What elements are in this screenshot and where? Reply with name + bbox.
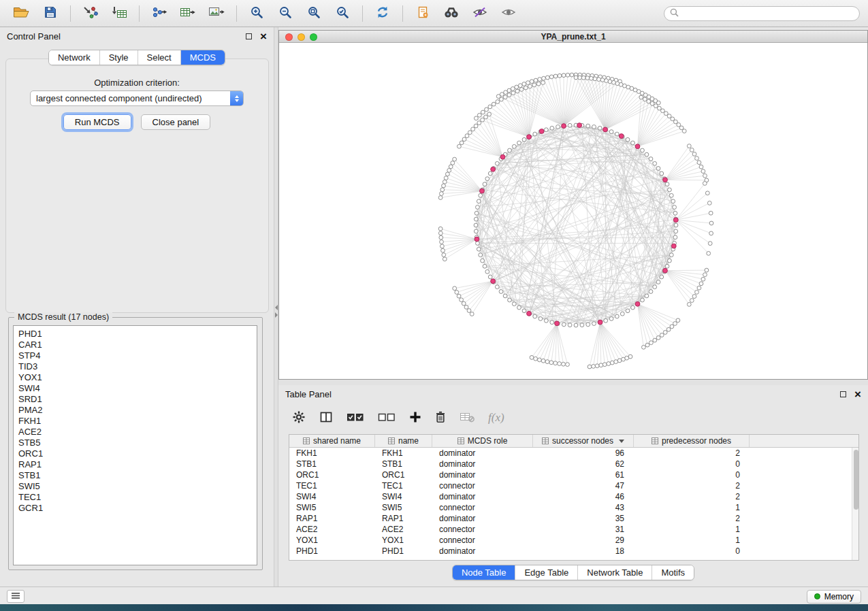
mcds-result-list[interactable]: PHD1 CAR1 STP4 TID3 YOX1 SWI4 SRD1 PMA2 … — [13, 325, 257, 565]
mcds-result-item[interactable]: GCR1 — [14, 503, 257, 514]
mcds-result-item[interactable]: STB1 — [14, 470, 257, 481]
deselect-all-rows-button[interactable] — [378, 412, 396, 425]
mcds-result-item[interactable]: STP4 — [14, 350, 257, 361]
network-view[interactable] — [279, 43, 867, 379]
zoom-out-button[interactable] — [272, 3, 299, 24]
table-settings-button[interactable] — [292, 410, 306, 426]
show-selection-button[interactable] — [495, 3, 522, 24]
horizontal-splitter[interactable] — [278, 380, 868, 385]
tab-network-table[interactable]: Network Table — [578, 565, 652, 580]
find-button[interactable] — [438, 3, 465, 24]
network-canvas[interactable] — [279, 43, 867, 379]
column-header-predecessor-nodes[interactable]: predecessor nodes — [634, 435, 750, 447]
save-session-button[interactable] — [37, 3, 64, 24]
function-builder-button[interactable]: f(x) — [488, 411, 504, 425]
column-header-shared-name[interactable]: shared name — [289, 435, 375, 447]
mcds-result-item[interactable]: PHD1 — [14, 329, 257, 340]
select-all-rows-button[interactable] — [347, 412, 364, 425]
refresh-layout-button[interactable] — [369, 3, 396, 24]
close-panel-button[interactable]: Close panel — [141, 114, 211, 130]
window-zoom-button[interactable] — [310, 33, 317, 41]
mcds-result-item[interactable]: YOX1 — [14, 372, 257, 383]
cell-shared-name: TEC1 — [289, 481, 375, 491]
table-row[interactable]: TEC1TEC1connector472 — [289, 480, 852, 491]
network-window-titlebar[interactable]: YPA_prune.txt_1 — [279, 31, 867, 43]
hide-columns-button[interactable] — [460, 412, 475, 425]
memory-button[interactable]: Memory — [807, 590, 861, 604]
table-row[interactable]: SWI4SWI4dominator462 — [289, 491, 852, 502]
table-row[interactable]: RAP1RAP1dominator352 — [289, 513, 852, 524]
mcds-result-item[interactable]: TID3 — [14, 361, 257, 372]
export-image-button[interactable] — [203, 3, 230, 24]
tab-motifs[interactable]: Motifs — [652, 565, 694, 580]
cell-name: ORC1 — [375, 470, 432, 480]
close-table-panel-icon[interactable]: × — [854, 389, 861, 400]
float-panel-icon[interactable] — [246, 33, 252, 39]
column-header-mcds-role[interactable]: MCDS role — [432, 435, 533, 447]
sort-descending-icon — [619, 440, 624, 443]
mcds-result-item[interactable]: TEC1 — [14, 492, 257, 503]
cell-name: SWI5 — [375, 503, 432, 512]
mcds-result-item[interactable]: FKH1 — [14, 416, 257, 427]
close-panel-icon[interactable]: × — [260, 31, 267, 42]
zoom-in-button[interactable] — [243, 3, 270, 24]
add-column-button[interactable] — [409, 411, 421, 425]
table-row[interactable]: ACE2ACE2connector311 — [289, 524, 852, 535]
import-table-button[interactable] — [106, 3, 133, 24]
table-row[interactable]: FKH1FKH1dominator962 — [289, 448, 852, 459]
mcds-result-item[interactable]: RAP1 — [14, 459, 257, 470]
import-network-button[interactable] — [77, 3, 104, 24]
mcds-result-item[interactable]: PMA2 — [14, 405, 257, 416]
tab-style[interactable]: Style — [100, 50, 138, 65]
zoom-fit-icon — [307, 5, 321, 21]
delete-column-button[interactable] — [435, 410, 446, 426]
open-session-button[interactable] — [8, 3, 35, 24]
mcds-result-item[interactable]: SWI5 — [14, 481, 257, 492]
search-input[interactable] — [683, 9, 854, 18]
column-header-successor-nodes[interactable]: successor nodes — [533, 435, 634, 447]
table-row[interactable]: YOX1YOX1connector291 — [289, 535, 852, 546]
float-table-panel-icon[interactable] — [840, 391, 846, 397]
tab-select[interactable]: Select — [138, 50, 181, 65]
window-minimize-button[interactable] — [298, 33, 305, 41]
cell-name: ACE2 — [375, 525, 432, 534]
run-mcds-button[interactable]: Run MCDS — [63, 114, 131, 130]
export-table-button[interactable] — [174, 3, 202, 24]
cell-shared-name: ACE2 — [289, 525, 375, 534]
hide-selection-button[interactable] — [466, 3, 494, 24]
mcds-result-item[interactable]: STB5 — [14, 437, 257, 448]
task-history-button[interactable] — [7, 590, 25, 603]
tab-mcds[interactable]: MCDS — [181, 50, 225, 65]
zoom-fit-button[interactable] — [300, 3, 327, 24]
tab-edge-table[interactable]: Edge Table — [515, 565, 578, 580]
network-search-box[interactable] — [664, 6, 860, 21]
optimization-criterion-label: Optimization criterion: — [0, 78, 274, 88]
window-close-button[interactable] — [285, 33, 293, 41]
optimization-criterion-dropdown[interactable]: largest connected component (undirected) — [30, 90, 244, 106]
cell-shared-name: YOX1 — [289, 535, 375, 545]
export-network-icon — [151, 5, 167, 21]
table-row[interactable]: STB1STB1dominator620 — [289, 459, 852, 469]
table-row[interactable]: SWI5SWI5connector431 — [289, 502, 852, 513]
vertical-splitter[interactable] — [274, 27, 278, 587]
cell-mcds-role: dominator — [432, 448, 533, 458]
mcds-result-item[interactable]: SWI4 — [14, 383, 257, 394]
scrollbar-thumb[interactable] — [854, 450, 858, 510]
mcds-result-item[interactable]: ORC1 — [14, 448, 257, 459]
zoom-selected-button[interactable] — [329, 3, 356, 24]
table-row[interactable]: ORC1ORC1dominator610 — [289, 469, 852, 480]
table-row[interactable]: PHD1PHD1dominator180 — [289, 546, 852, 557]
tab-network[interactable]: Network — [49, 50, 100, 65]
mcds-result-item[interactable]: CAR1 — [14, 340, 257, 350]
mcds-result-item[interactable]: SRD1 — [14, 394, 257, 405]
export-network-button[interactable] — [146, 3, 173, 24]
collapse-right-icon[interactable] — [275, 312, 278, 318]
mcds-result-item[interactable]: ACE2 — [14, 427, 257, 437]
column-header-name[interactable]: name — [375, 435, 432, 447]
table-scrollbar[interactable] — [852, 448, 858, 560]
collapse-left-icon[interactable] — [275, 305, 278, 310]
table-header-row: shared name name MCDS role successor nod… — [289, 435, 858, 448]
show-columns-button[interactable] — [319, 411, 333, 425]
annotation-button[interactable] — [409, 3, 436, 24]
tab-node-table[interactable]: Node Table — [453, 565, 516, 580]
